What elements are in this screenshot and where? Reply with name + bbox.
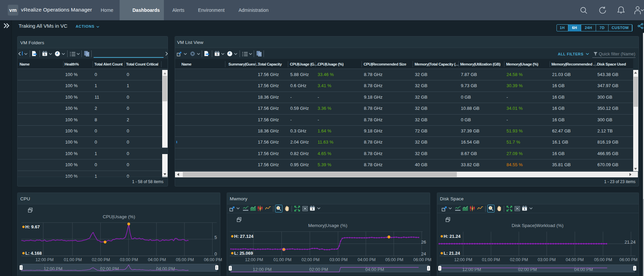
svg-text:1: 1 — [44, 52, 46, 56]
svg-text:1: 1 — [216, 52, 218, 56]
